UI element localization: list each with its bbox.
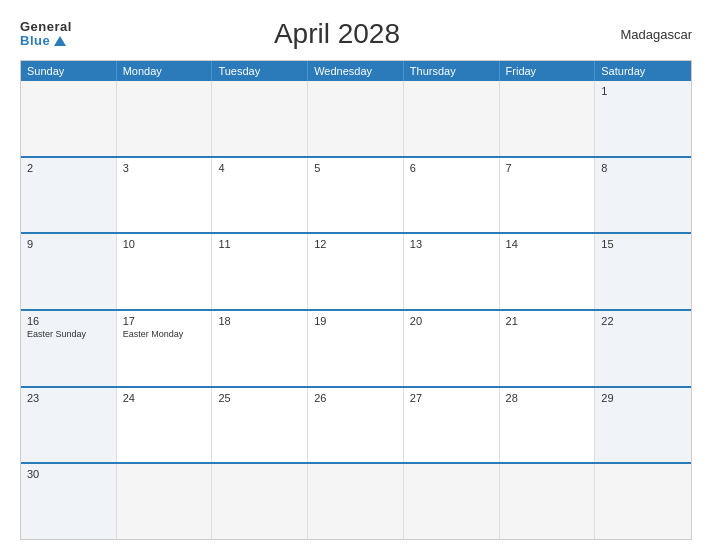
day-number: 22 xyxy=(601,315,685,327)
day-number: 15 xyxy=(601,238,685,250)
day-cell xyxy=(595,464,691,539)
day-cell: 14 xyxy=(500,234,596,309)
day-cell: 22 xyxy=(595,311,691,386)
day-number: 13 xyxy=(410,238,493,250)
day-number: 12 xyxy=(314,238,397,250)
day-cell: 23 xyxy=(21,388,117,463)
day-number: 28 xyxy=(506,392,589,404)
day-number: 25 xyxy=(218,392,301,404)
header-thursday: Thursday xyxy=(404,61,500,81)
day-cell: 11 xyxy=(212,234,308,309)
day-cell xyxy=(117,81,213,156)
day-cell xyxy=(308,81,404,156)
day-cell: 25 xyxy=(212,388,308,463)
day-cell: 9 xyxy=(21,234,117,309)
day-cell: 21 xyxy=(500,311,596,386)
day-number: 14 xyxy=(506,238,589,250)
day-cell: 12 xyxy=(308,234,404,309)
country-label: Madagascar xyxy=(602,27,692,42)
day-number: 19 xyxy=(314,315,397,327)
day-cell xyxy=(404,464,500,539)
day-cell: 17Easter Monday xyxy=(117,311,213,386)
logo-triangle-icon xyxy=(54,36,66,46)
day-number: 7 xyxy=(506,162,589,174)
day-number: 18 xyxy=(218,315,301,327)
day-cell xyxy=(500,464,596,539)
calendar-title: April 2028 xyxy=(72,18,602,50)
day-cell: 20 xyxy=(404,311,500,386)
day-number: 2 xyxy=(27,162,110,174)
logo: General Blue xyxy=(20,20,72,49)
day-number: 3 xyxy=(123,162,206,174)
day-cell xyxy=(500,81,596,156)
header-tuesday: Tuesday xyxy=(212,61,308,81)
day-cell: 28 xyxy=(500,388,596,463)
day-cell xyxy=(404,81,500,156)
day-cell: 15 xyxy=(595,234,691,309)
week-row-6: 30 xyxy=(21,462,691,539)
logo-blue-text: Blue xyxy=(20,34,72,48)
week-row-5: 23242526272829 xyxy=(21,386,691,463)
day-number: 16 xyxy=(27,315,110,327)
day-number: 23 xyxy=(27,392,110,404)
week-row-4: 16Easter Sunday17Easter Monday1819202122 xyxy=(21,309,691,386)
day-cell: 10 xyxy=(117,234,213,309)
day-headers-row: Sunday Monday Tuesday Wednesday Thursday… xyxy=(21,61,691,81)
week-row-1: 1 xyxy=(21,81,691,156)
day-cell: 26 xyxy=(308,388,404,463)
page-header: General Blue April 2028 Madagascar xyxy=(20,18,692,50)
header-saturday: Saturday xyxy=(595,61,691,81)
event-label: Easter Sunday xyxy=(27,329,110,340)
day-cell xyxy=(117,464,213,539)
day-cell: 4 xyxy=(212,158,308,233)
header-wednesday: Wednesday xyxy=(308,61,404,81)
day-cell xyxy=(212,464,308,539)
day-number: 30 xyxy=(27,468,110,480)
event-label: Easter Monday xyxy=(123,329,206,340)
day-cell: 18 xyxy=(212,311,308,386)
day-number: 26 xyxy=(314,392,397,404)
day-number: 1 xyxy=(601,85,685,97)
day-cell: 3 xyxy=(117,158,213,233)
header-sunday: Sunday xyxy=(21,61,117,81)
calendar: Sunday Monday Tuesday Wednesday Thursday… xyxy=(20,60,692,540)
day-number: 24 xyxy=(123,392,206,404)
day-cell: 5 xyxy=(308,158,404,233)
week-row-2: 2345678 xyxy=(21,156,691,233)
day-number: 10 xyxy=(123,238,206,250)
header-monday: Monday xyxy=(117,61,213,81)
day-number: 27 xyxy=(410,392,493,404)
day-number: 9 xyxy=(27,238,110,250)
day-number: 29 xyxy=(601,392,685,404)
day-cell: 19 xyxy=(308,311,404,386)
calendar-weeks: 12345678910111213141516Easter Sunday17Ea… xyxy=(21,81,691,539)
day-cell: 1 xyxy=(595,81,691,156)
day-cell: 30 xyxy=(21,464,117,539)
day-number: 21 xyxy=(506,315,589,327)
day-number: 5 xyxy=(314,162,397,174)
header-friday: Friday xyxy=(500,61,596,81)
day-number: 8 xyxy=(601,162,685,174)
day-cell: 8 xyxy=(595,158,691,233)
day-number: 4 xyxy=(218,162,301,174)
day-cell: 6 xyxy=(404,158,500,233)
day-number: 20 xyxy=(410,315,493,327)
day-cell: 7 xyxy=(500,158,596,233)
week-row-3: 9101112131415 xyxy=(21,232,691,309)
day-cell xyxy=(21,81,117,156)
day-cell xyxy=(308,464,404,539)
day-cell: 24 xyxy=(117,388,213,463)
day-cell: 16Easter Sunday xyxy=(21,311,117,386)
day-number: 6 xyxy=(410,162,493,174)
day-number: 11 xyxy=(218,238,301,250)
day-cell: 13 xyxy=(404,234,500,309)
logo-general-text: General xyxy=(20,20,72,34)
day-number: 17 xyxy=(123,315,206,327)
day-cell xyxy=(212,81,308,156)
day-cell: 29 xyxy=(595,388,691,463)
day-cell: 2 xyxy=(21,158,117,233)
day-cell: 27 xyxy=(404,388,500,463)
